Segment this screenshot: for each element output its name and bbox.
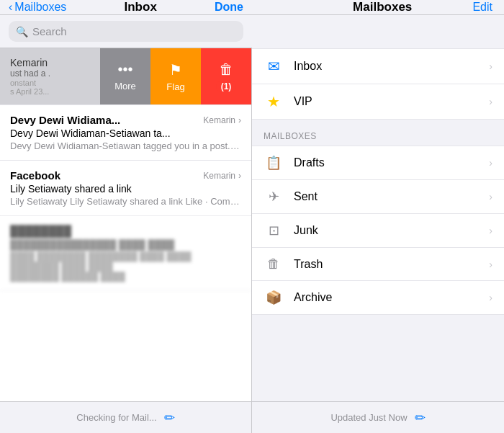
search-placeholder: Search (32, 25, 67, 37)
trash-icon: 🗑 (219, 61, 233, 78)
email-preview-2: Lily Setiawaty Lily Setiawaty shared a l… (10, 196, 241, 207)
drafts-label: Drafts (294, 156, 479, 169)
mailbox-item-inbox[interactable]: ✉ Inbox › (252, 49, 504, 84)
back-button[interactable]: ‹ Mailboxes (9, 1, 66, 14)
mailbox-item-drafts[interactable]: 📋 Drafts › (252, 146, 504, 180)
email-date-1: Kemarin › (203, 115, 241, 125)
inbox-title: Inbox (125, 0, 157, 14)
mailbox-item-archive[interactable]: 📦 Archive › (252, 281, 504, 314)
compose-icon-right[interactable]: ✏ (415, 410, 426, 426)
status-right: Updated Just Now ✏ (252, 402, 504, 433)
email-item-blurred: ████████ ████████████████ ████ ████ ████… (0, 216, 251, 291)
delete-action-button[interactable]: 🗑 (1) (201, 48, 251, 104)
sent-icon: ✈ (264, 189, 284, 205)
email-date-2: Kemarin › (203, 171, 241, 181)
search-row: 🔍 Search (0, 15, 252, 48)
vip-chevron-icon: › (489, 96, 492, 107)
search-bar[interactable]: 🔍 Search (9, 21, 243, 42)
email-preview-1: Devy Dewi Widiaman-Setiawan tagged you i… (10, 140, 241, 151)
more-label: More (114, 81, 136, 91)
email-subject-1: Devy Dewi Widiaman-Setiawan ta... (10, 128, 241, 139)
compose-icon-left[interactable]: ✏ (164, 410, 175, 426)
right-nav-bar: Mailboxes Edit (252, 0, 504, 15)
status-left: Checking for Mail... ✏ (0, 402, 252, 433)
mailboxes-section-header: MAILBOXES (252, 120, 504, 146)
search-section: 🔍 Search (0, 15, 504, 48)
top-nav-section: ‹ Mailboxes Inbox Done Mailboxes Edit (0, 0, 504, 15)
flag-action-button[interactable]: ⚑ Flag (150, 48, 201, 104)
inbox-label: Inbox (294, 60, 479, 73)
email-item-2[interactable]: Facebook Kemarin › Lily Setiawaty shared… (0, 161, 251, 216)
mailbox-item-trash[interactable]: 🗑 Trash › (252, 248, 504, 281)
more-action-button[interactable]: ••• More (100, 48, 150, 104)
email-item-1[interactable]: Devy Dewi Widiama... Kemarin › Devy Dewi… (0, 105, 251, 161)
archive-icon: 📦 (264, 290, 284, 305)
chevron-icon-1: › (238, 115, 241, 125)
swiped-email-item[interactable]: Kemarin ust had a . onstant s April 23..… (0, 48, 251, 105)
junk-label: Junk (294, 224, 479, 237)
email-header-2: Facebook Kemarin › (10, 169, 241, 182)
mailbox-item-junk[interactable]: ⊡ Junk › (252, 214, 504, 248)
drafts-icon: 📋 (264, 155, 284, 171)
vip-label: VIP (294, 95, 479, 108)
sent-label: Sent (294, 190, 479, 203)
junk-icon: ⊡ (264, 223, 284, 238)
flag-label: Flag (166, 81, 184, 92)
left-nav-bar: ‹ Mailboxes Inbox Done (0, 0, 252, 15)
done-button[interactable]: Done (215, 1, 243, 14)
email-list: Kemarin ust had a . onstant s April 23..… (0, 48, 252, 401)
email-date-text-1: Kemarin (203, 115, 235, 125)
email-sender-1: Devy Dewi Widiama... (10, 114, 120, 126)
app-container: ‹ Mailboxes Inbox Done Mailboxes Edit 🔍 … (0, 0, 504, 433)
chevron-back-icon: ‹ (9, 1, 12, 14)
email-subject-2: Lily Setiawaty shared a link (10, 183, 241, 195)
chevron-icon-2: › (238, 171, 241, 181)
inbox-chevron-icon: › (489, 61, 492, 72)
flag-icon: ⚑ (169, 61, 182, 79)
archive-label: Archive (294, 291, 479, 304)
edit-button[interactable]: Edit (472, 1, 492, 14)
delete-count: (1) (216, 81, 237, 92)
junk-chevron-icon: › (489, 225, 492, 236)
mailbox-item-sent[interactable]: ✈ Sent › (252, 180, 504, 214)
trash-label: Trash (294, 258, 479, 271)
drafts-chevron-icon: › (489, 157, 492, 169)
email-header-1: Devy Dewi Widiama... Kemarin › (10, 114, 241, 126)
sent-chevron-icon: › (489, 191, 492, 202)
checking-mail-text: Checking for Mail... (76, 412, 156, 423)
swipe-actions: ••• More ⚑ Flag 🗑 (1) (100, 48, 251, 104)
search-icon: 🔍 (16, 26, 28, 37)
back-label[interactable]: Mailboxes (14, 1, 66, 14)
inbox-icon: ✉ (264, 58, 284, 75)
mailboxes-title: Mailboxes (353, 0, 412, 14)
mailbox-item-vip[interactable]: ★ VIP › (252, 84, 504, 119)
mailboxes-list: 📋 Drafts › ✈ Sent › ⊡ Junk › 🗑 Trash (252, 146, 504, 315)
archive-chevron-icon: › (489, 292, 492, 303)
email-date-text-2: Kemarin (203, 171, 235, 181)
trash-chevron-icon: › (489, 259, 492, 270)
top-mailbox-list: ✉ Inbox › ★ VIP › (252, 48, 504, 120)
more-icon: ••• (117, 61, 132, 78)
vip-star-icon: ★ (264, 93, 284, 110)
trash-mailbox-icon: 🗑 (264, 256, 284, 272)
email-sender-2: Facebook (10, 169, 60, 182)
mailboxes-panel: ✉ Inbox › ★ VIP › MAILBOXES 📋 Drafts › (252, 48, 504, 401)
content-area: Kemarin ust had a . onstant s April 23..… (0, 48, 504, 401)
status-bar: Checking for Mail... ✏ Updated Just Now … (0, 401, 504, 433)
updated-text: Updated Just Now (330, 412, 407, 423)
